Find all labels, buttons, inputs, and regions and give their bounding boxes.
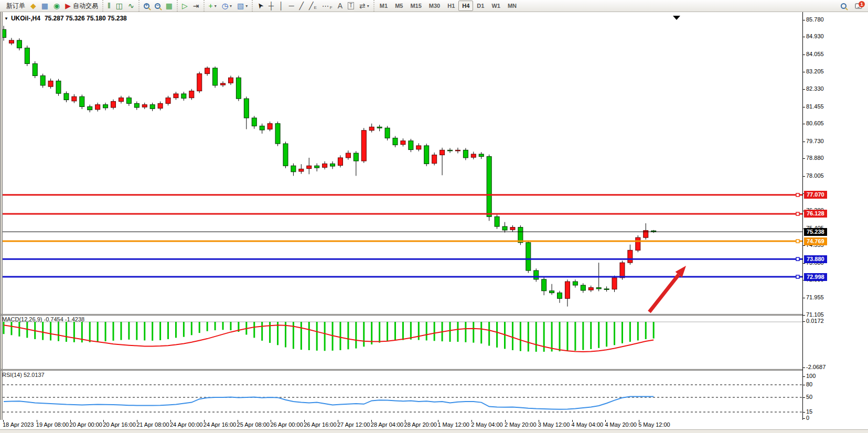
cursor-icon[interactable]: ➤ xyxy=(254,1,266,11)
hline-handle[interactable] xyxy=(796,193,799,197)
main-toolbar: 新订单◆▦◉▶自动交易‖◫∿+−▦▷⇥+▾◷▾▧▾➤┼│─╱╱E⋯FAT⇄▾M1… xyxy=(0,0,868,12)
chat-icon[interactable]: 1 xyxy=(852,1,865,11)
new-order-button[interactable]: 新订单 xyxy=(2,1,28,11)
rsi-line xyxy=(4,396,653,409)
rsi-tick-15: 15 xyxy=(806,408,812,415)
notification-badge: 1 xyxy=(859,1,865,7)
timeframe-m5[interactable]: M5 xyxy=(391,1,406,11)
time-label-0: 18 Apr 2023 xyxy=(3,421,34,428)
search-icon[interactable] xyxy=(838,1,849,11)
hline-handle[interactable] xyxy=(796,240,799,243)
time-label-13: 1 May 12:00 xyxy=(437,421,469,428)
time-label-17: 4 May 04:00 xyxy=(572,421,604,428)
chart-shift-icon[interactable]: ⇥ xyxy=(190,1,202,11)
tile-windows-icon[interactable]: ▦ xyxy=(163,1,175,11)
toolbar-group: +−▦ xyxy=(138,0,177,12)
time-label-6: 24 Apr 16:00 xyxy=(203,421,236,428)
autotrading-button[interactable]: ▶自动交易 xyxy=(62,1,101,11)
trendline-icon[interactable]: ╱ xyxy=(297,1,306,11)
time-label-1: 19 Apr 08:00 xyxy=(36,421,69,428)
timeframe-mn[interactable]: MN xyxy=(504,1,520,11)
timeframe-d1[interactable]: D1 xyxy=(473,1,488,11)
toolbar-group: 新订单◆▦◉▶自动交易 xyxy=(0,0,102,12)
timeframe-m30[interactable]: M30 xyxy=(425,1,444,11)
zoom-out-icon[interactable]: − xyxy=(152,1,163,11)
time-label-8: 26 Apr 00:00 xyxy=(270,421,303,428)
time-label-3: 20 Apr 16:00 xyxy=(103,421,135,428)
auto-scroll-icon[interactable]: ▷ xyxy=(179,1,190,11)
market-watch-icon[interactable]: ▦ xyxy=(39,1,51,11)
timeframe-h1[interactable]: H1 xyxy=(444,1,458,11)
price-axis[interactable]: 85.78084.93084.05583.20582.33081.45580.6… xyxy=(803,12,868,420)
search-icon xyxy=(841,3,846,9)
time-label-12: 28 Apr 20:00 xyxy=(404,421,437,428)
price-label-72.998: 72.998 xyxy=(804,273,827,281)
status-bar xyxy=(0,429,868,433)
hline-handle[interactable] xyxy=(796,212,799,215)
new-chart-icon[interactable]: ◆ xyxy=(28,1,39,11)
price-label-73.880: 73.880 xyxy=(804,255,827,263)
vertical-line-icon[interactable]: │ xyxy=(276,1,286,11)
text-icon[interactable]: A xyxy=(335,1,345,11)
indicators-button: + xyxy=(209,1,213,11)
macd-pane[interactable] xyxy=(3,316,802,369)
horizontal-line-icon[interactable]: ─ xyxy=(286,1,297,11)
rsi-pane[interactable] xyxy=(3,371,802,420)
fibonacci-icon[interactable]: ⋯F xyxy=(319,1,335,11)
candlestick-chart-icon[interactable]: ◫ xyxy=(113,1,125,11)
time-label-16: 3 May 12:00 xyxy=(538,421,570,428)
macd-indicator xyxy=(3,316,802,369)
price-tick-78.880: 78.880 xyxy=(806,155,824,161)
macd-histogram xyxy=(4,322,653,352)
chart-shift-icon: ⇥ xyxy=(193,1,199,11)
trend-arrow[interactable] xyxy=(649,266,686,312)
rsi-tick-50: 50 xyxy=(806,394,812,400)
signals-icon[interactable]: ◉ xyxy=(51,1,62,11)
hline-handle[interactable] xyxy=(796,275,799,278)
timeframe-m1[interactable]: M1 xyxy=(376,1,391,11)
hline-handle[interactable] xyxy=(796,257,799,261)
crosshair-icon[interactable]: ┼ xyxy=(266,1,276,11)
ohlc-readout: 75.287 75.326 75.180 75.238 xyxy=(45,15,127,22)
templates-button[interactable]: ▧▾ xyxy=(234,1,250,11)
rsi-indicator xyxy=(3,371,802,420)
autotrading-button: ▶ xyxy=(65,1,71,11)
candlestick-chart-icon: ◫ xyxy=(116,1,123,11)
time-label-14: 2 May 04:00 xyxy=(471,421,503,428)
cursor-icon: ➤ xyxy=(254,0,266,11)
timeframe-m15[interactable]: M15 xyxy=(406,1,425,11)
bar-chart-icon[interactable]: ‖ xyxy=(105,1,113,11)
timeframe-group: M1M5M15M30H1H4D1W1MN xyxy=(373,0,522,12)
line-chart-icon[interactable]: ∿ xyxy=(125,1,137,11)
time-label-10: 27 Apr 12:00 xyxy=(337,421,370,428)
one-click-trading-icon[interactable]: ▼ xyxy=(4,16,8,21)
time-axis[interactable]: 18 Apr 202319 Apr 08:0020 Apr 00:0020 Ap… xyxy=(0,420,868,429)
price-tick-82.330: 82.330 xyxy=(806,85,824,92)
time-label-7: 25 Apr 08:00 xyxy=(237,421,270,428)
price-tick-71.955: 71.955 xyxy=(806,294,824,300)
price-label-77.070: 77.070 xyxy=(804,191,827,199)
candlestick-chart[interactable] xyxy=(3,14,802,314)
channel-icon[interactable]: ╱E xyxy=(306,1,319,11)
periods-button[interactable]: ◷▾ xyxy=(219,1,234,11)
chart-shift-marker xyxy=(673,16,680,20)
rsi-tick-100: 100 xyxy=(806,373,816,379)
trendline-icon: ╱ xyxy=(299,1,304,11)
chart-window: ▼ UKOil-,H4 75.287 75.326 75.180 75.238 … xyxy=(0,12,868,433)
price-label-74.769: 74.769 xyxy=(804,237,827,245)
candles-layer xyxy=(3,26,656,306)
zoom-in-icon[interactable]: + xyxy=(141,1,152,11)
toolbar-group: +▾◷▾▧▾ xyxy=(203,0,252,12)
rsi-tick-80: 80 xyxy=(806,381,812,387)
macd-signal-line xyxy=(4,325,653,352)
toolbar-group: ▷⇥ xyxy=(177,0,203,12)
periods-button: ◷ xyxy=(222,1,228,11)
arrows-button[interactable]: ⇄▾ xyxy=(357,1,372,11)
text-label-icon[interactable]: T xyxy=(345,1,357,11)
timeframe-h4[interactable]: H4 xyxy=(458,1,473,11)
new-chart-icon: ◆ xyxy=(30,1,36,11)
timeframe-w1[interactable]: W1 xyxy=(488,1,504,11)
chat-icon: 1 xyxy=(855,3,862,9)
main-chart-pane[interactable] xyxy=(3,14,802,314)
indicators-button[interactable]: +▾ xyxy=(206,1,219,11)
